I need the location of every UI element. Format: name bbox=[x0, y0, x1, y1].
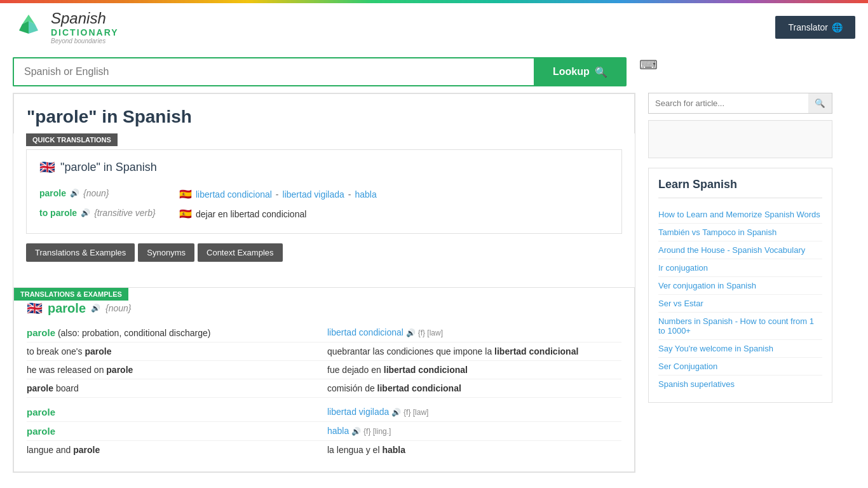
entry-heading: 🇬🇧 parole 🔊 {noun} bbox=[27, 301, 621, 316]
translations-content: 🇬🇧 parole 🔊 {noun} parole (also: probati… bbox=[14, 301, 634, 471]
main-card: "parole" in Spanish QUICK TRANSLATIONS 🇬… bbox=[13, 93, 635, 473]
sidebar-search: 🔍 bbox=[648, 93, 832, 114]
link-lv[interactable]: libertad vigilada bbox=[327, 407, 389, 417]
word-to-parole: to parole bbox=[39, 208, 77, 218]
logo-dictionary: DICTIONARY bbox=[51, 27, 119, 37]
translation-left-to-parole: to parole 🔊 {transitive verb} bbox=[39, 208, 166, 218]
es-libertad-cond: libertad condicional 🔊 {f} [law] bbox=[327, 327, 621, 338]
logo-area: Spanish DICTIONARY Beyond boundaries bbox=[13, 10, 119, 44]
es-3: comisión de libertad condicional bbox=[327, 383, 621, 393]
sub-word-parole-2: parole bbox=[27, 407, 55, 417]
sub-word-parole-3: parole bbox=[27, 426, 55, 437]
link-habla-entry[interactable]: habla bbox=[327, 426, 349, 436]
translations-outer: TRANSLATIONS & EXAMPLES 🇬🇧 parole 🔊 {nou… bbox=[13, 287, 635, 472]
en-lv-word: parole bbox=[27, 407, 321, 417]
lookup-label: Lookup bbox=[553, 66, 590, 78]
example-row-1: to break one's parole quebrantar las con… bbox=[27, 342, 621, 361]
entry-pos: {noun} bbox=[105, 303, 132, 313]
lookup-button[interactable]: Lookup 🔍 bbox=[534, 57, 627, 86]
tab-synonyms[interactable]: Synonyms bbox=[138, 243, 194, 262]
pos-transitive: {transitive verb} bbox=[94, 208, 156, 218]
es-2: fue dejado en libertad condicional bbox=[327, 365, 621, 375]
translation-row-to-parole: to parole 🔊 {transitive verb} 🇪🇸 dejar e… bbox=[39, 204, 609, 224]
link-lc[interactable]: libertad condicional bbox=[327, 327, 403, 337]
sub-entry-habla: parole habla 🔊 {f} [ling.] bbox=[27, 422, 621, 441]
logo-icon bbox=[13, 11, 44, 43]
example-row-3: parole board comisión de libertad condic… bbox=[27, 379, 621, 398]
tab-translations-examples[interactable]: Translations & Examples bbox=[26, 243, 135, 262]
footer-example: langue and parole la lengua y el habla bbox=[27, 441, 621, 459]
dejar-text: dejar en libertad condicional bbox=[196, 209, 306, 219]
word-parole: parole bbox=[39, 188, 66, 198]
learn-link-4[interactable]: Ver conjugation in Spanish bbox=[658, 277, 822, 295]
learn-link-0[interactable]: How to Learn and Memorize Spanish Words bbox=[658, 206, 822, 224]
quick-translations-badge-row: QUICK TRANSLATIONS bbox=[26, 133, 622, 149]
meta-habla: {f} [ling.] bbox=[363, 427, 391, 436]
sidebar: 🔍 Learn Spanish How to Learn and Memoriz… bbox=[648, 93, 832, 473]
article-search-button[interactable]: 🔍 bbox=[808, 93, 832, 113]
logo-spanish: Spanish bbox=[51, 10, 119, 27]
search-icon: 🔍 bbox=[595, 66, 607, 78]
learn-link-7[interactable]: Say You're welcome in Spanish bbox=[658, 340, 822, 358]
search-area: Lookup 🔍 ⌨ bbox=[0, 51, 868, 93]
learn-link-9[interactable]: Spanish superlatives bbox=[658, 376, 822, 393]
learn-title: Learn Spanish bbox=[658, 178, 822, 198]
learn-link-3[interactable]: Ir conjugation bbox=[658, 259, 822, 277]
search-input[interactable] bbox=[13, 57, 534, 86]
es-1: quebrantar las condiciones que impone la… bbox=[327, 346, 621, 356]
pos-noun: {noun} bbox=[83, 188, 109, 198]
sub-word-parole-1: parole bbox=[27, 327, 55, 338]
es-footer: la lengua y el habla bbox=[327, 445, 621, 455]
en-also: parole (also: probation, conditional dis… bbox=[27, 327, 321, 338]
spanish-flag-2: 🇪🇸 bbox=[179, 208, 192, 220]
link-libertad-vigilada[interactable]: libertad vigilada bbox=[283, 189, 344, 200]
en-1: to break one's parole bbox=[27, 346, 321, 356]
translation-right-to-parole: 🇪🇸 dejar en libertad condicional bbox=[179, 208, 306, 220]
example-header-row: parole (also: probation, conditional dis… bbox=[27, 323, 621, 342]
quick-translations-card: 🇬🇧 "parole" in Spanish parole 🔊 {noun} 🇪… bbox=[26, 149, 622, 234]
translations-badge-row: TRANSLATIONS & EXAMPLES bbox=[14, 288, 634, 301]
es-habla: habla 🔊 {f} [ling.] bbox=[327, 426, 621, 437]
search-icon-sidebar: 🔍 bbox=[815, 98, 825, 108]
quick-translations-section: QUICK TRANSLATIONS 🇬🇧 "parole" in Spanis… bbox=[13, 133, 635, 281]
tab-context-examples[interactable]: Context Examples bbox=[198, 243, 283, 262]
header: Spanish DICTIONARY Beyond boundaries Tra… bbox=[0, 3, 868, 51]
en-2: he was released on parole bbox=[27, 365, 321, 375]
page-title: "parole" in Spanish bbox=[13, 93, 635, 133]
speaker-habla[interactable]: 🔊 bbox=[351, 427, 361, 436]
main-layout: "parole" in Spanish QUICK TRANSLATIONS 🇬… bbox=[0, 93, 868, 473]
learn-spanish-card: Learn Spanish How to Learn and Memorize … bbox=[648, 168, 832, 403]
sep-1: - bbox=[276, 189, 279, 200]
quick-translations-heading: "parole" in Spanish bbox=[60, 161, 157, 174]
example-row-2: he was released on parole fue dejado en … bbox=[27, 361, 621, 379]
translation-left-parole: parole 🔊 {noun} bbox=[39, 188, 166, 198]
speaker-lc[interactable]: 🔊 bbox=[406, 329, 416, 337]
flag-heading: 🇬🇧 "parole" in Spanish bbox=[39, 159, 609, 175]
link-habla[interactable]: habla bbox=[355, 189, 377, 200]
translator-icon: 🌐 bbox=[832, 22, 843, 32]
speaker-icon-2[interactable]: 🔊 bbox=[81, 208, 90, 217]
quick-translations-badge: QUICK TRANSLATIONS bbox=[26, 133, 118, 146]
sidebar-ad bbox=[648, 120, 832, 158]
speaker-icon-1[interactable]: 🔊 bbox=[70, 189, 79, 198]
learn-link-5[interactable]: Ser vs Estar bbox=[658, 295, 822, 313]
es-lv: libertad vigilada 🔊 {f} [law] bbox=[327, 407, 621, 417]
translation-right-parole: 🇪🇸 libertad condicional - libertad vigil… bbox=[179, 188, 377, 200]
en-habla-word: parole bbox=[27, 426, 321, 437]
en-3: parole board bbox=[27, 383, 321, 393]
sep-2: - bbox=[348, 189, 351, 200]
link-libertad-condicional[interactable]: libertad condicional bbox=[196, 189, 272, 200]
speaker-lv[interactable]: 🔊 bbox=[391, 408, 401, 417]
learn-link-2[interactable]: Around the House - Spanish Vocabulary bbox=[658, 241, 822, 259]
translator-button[interactable]: Translator 🌐 bbox=[775, 16, 855, 39]
content-area: "parole" in Spanish QUICK TRANSLATIONS 🇬… bbox=[13, 93, 635, 473]
meta-lv: {f} [law] bbox=[403, 408, 428, 417]
article-search-input[interactable] bbox=[649, 93, 808, 113]
learn-link-1[interactable]: También vs Tampoco in Spanish bbox=[658, 224, 822, 241]
learn-link-8[interactable]: Ser Conjugation bbox=[658, 358, 822, 376]
learn-link-6[interactable]: Numbers in Spanish - How to count from 1… bbox=[658, 313, 822, 340]
also-text: (also: probation, conditional discharge) bbox=[58, 328, 210, 338]
keyboard-icon[interactable]: ⌨ bbox=[639, 57, 658, 86]
speaker-icon-entry[interactable]: 🔊 bbox=[91, 304, 100, 313]
logo-tagline: Beyond boundaries bbox=[51, 37, 119, 44]
